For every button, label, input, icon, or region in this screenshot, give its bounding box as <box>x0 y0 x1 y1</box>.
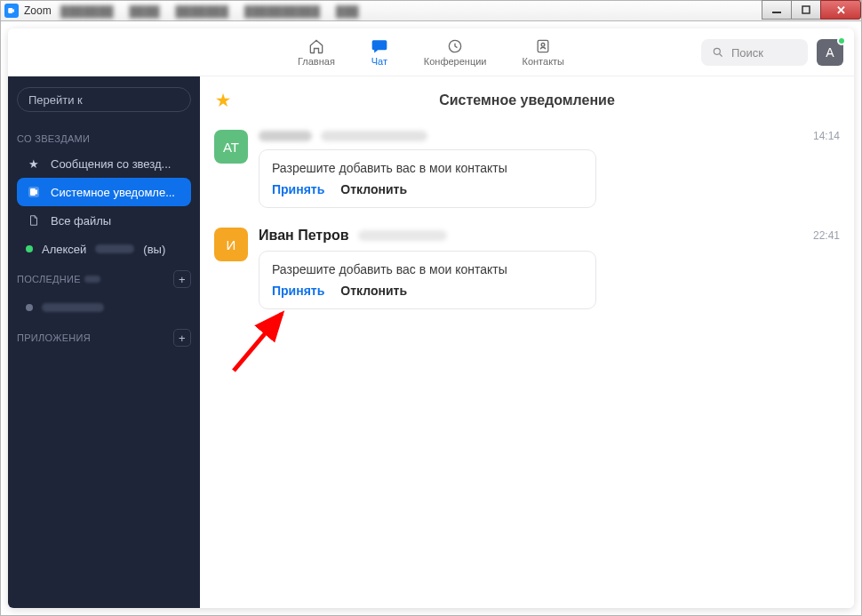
sidebar-item-system-notification[interactable]: Системное уведомле... <box>17 178 191 206</box>
redacted-sender-email <box>321 131 427 141</box>
star-filled-icon[interactable]: ★ <box>216 91 230 110</box>
section-starred-header[interactable]: СО ЗВЕЗДАМИ <box>17 133 191 144</box>
jump-to-input[interactable]: Перейти к <box>17 87 191 112</box>
close-button[interactable]: ✕ <box>820 0 861 20</box>
svg-point-4 <box>541 44 545 47</box>
annotation-arrow-icon <box>227 298 298 378</box>
svg-line-7 <box>234 314 282 371</box>
add-app-button[interactable]: + <box>173 329 191 347</box>
accept-button[interactable]: Принять <box>272 182 324 196</box>
decline-button[interactable]: Отклонить <box>340 182 407 196</box>
star-icon: ★ <box>26 157 42 171</box>
nav-home-label: Главная <box>298 56 335 67</box>
sender-avatar[interactable]: AT <box>214 130 248 164</box>
zoom-app-icon <box>4 4 19 18</box>
window-titlebar: Zoom ███████████████████████████████ ✕ <box>0 0 862 21</box>
accept-button[interactable]: Принять <box>272 284 324 298</box>
nav-chat-label: Чат <box>371 56 387 67</box>
search-input[interactable]: Поиск <box>701 39 808 66</box>
presence-dot-icon <box>837 36 846 45</box>
nav-contacts-label: Контакты <box>523 56 565 67</box>
sidebar-item-all-files[interactable]: Все файлы <box>17 206 191 235</box>
contact-request-card: Разрешите добавить вас в мои контакты Пр… <box>259 149 596 208</box>
window-title: Zoom <box>24 4 52 17</box>
chat-pane: ★ Системное уведомление AT 14:14 <box>200 76 854 608</box>
presence-gray-icon <box>26 304 33 311</box>
nav-contacts[interactable]: Контакты <box>523 37 565 67</box>
section-apps-header[interactable]: ПРИЛОЖЕНИЯ + <box>17 329 191 347</box>
clock-icon <box>446 37 464 55</box>
redacted-name <box>95 244 134 253</box>
svg-rect-0 <box>772 12 781 13</box>
message-row: И Иван Петров 22:41 Разрешите добавить в… <box>214 228 840 309</box>
sender-avatar[interactable]: И <box>214 228 248 261</box>
avatar-initial: A <box>826 45 834 60</box>
add-recent-button[interactable]: + <box>173 270 191 288</box>
nav-meetings[interactable]: Конференции <box>424 37 487 67</box>
chat-title: Системное уведомление <box>439 92 615 108</box>
user-avatar[interactable]: A <box>817 39 843 66</box>
contact-request-card: Разрешите добавить вас в мои контакты Пр… <box>259 251 596 309</box>
message-time: 22:41 <box>813 229 840 242</box>
svg-rect-1 <box>802 6 810 13</box>
home-icon <box>307 37 325 55</box>
top-nav: Главная Чат Конференции <box>8 28 854 76</box>
search-placeholder: Поиск <box>731 46 763 60</box>
sidebar-item-starred-messages[interactable]: ★ Сообщения со звезд... <box>17 149 191 178</box>
sidebar-item-recent-redacted[interactable] <box>17 293 191 322</box>
maximize-button[interactable] <box>791 0 821 20</box>
message-time: 14:14 <box>813 130 840 142</box>
logo-square-icon <box>26 185 42 199</box>
card-text: Разрешите добавить вас в мои контакты <box>272 161 583 175</box>
sidebar-item-self[interactable]: Алексей (вы) <box>17 235 191 263</box>
message-row: AT 14:14 Разрешите добавить вас в мои ко… <box>214 130 840 208</box>
sidebar: Перейти к СО ЗВЕЗДАМИ ★ Сообщения со зве… <box>8 76 200 608</box>
file-icon <box>26 214 42 227</box>
section-recent-header[interactable]: ПОСЛЕДНИЕ + <box>17 270 191 288</box>
sender-name: Иван Петров <box>259 228 349 244</box>
contacts-icon <box>534 37 552 55</box>
jump-to-label: Перейти к <box>28 93 83 107</box>
redacted-sender-name <box>259 131 312 141</box>
search-icon <box>712 46 724 59</box>
nav-chat[interactable]: Чат <box>371 37 388 67</box>
minimize-button[interactable] <box>762 0 792 20</box>
card-text: Разрешите добавить вас в мои контакты <box>272 262 583 276</box>
presence-green-icon <box>26 245 33 252</box>
background-blur: ███████████████████████████████ <box>60 1 359 22</box>
nav-home[interactable]: Главная <box>298 37 335 67</box>
svg-point-5 <box>714 48 720 54</box>
chat-header: ★ Системное уведомление <box>200 76 854 124</box>
decline-button[interactable]: Отклонить <box>340 284 407 298</box>
chat-icon <box>371 37 388 55</box>
redacted-name <box>42 303 104 312</box>
nav-meetings-label: Конференции <box>424 56 487 67</box>
redacted-sender-email <box>358 230 447 241</box>
